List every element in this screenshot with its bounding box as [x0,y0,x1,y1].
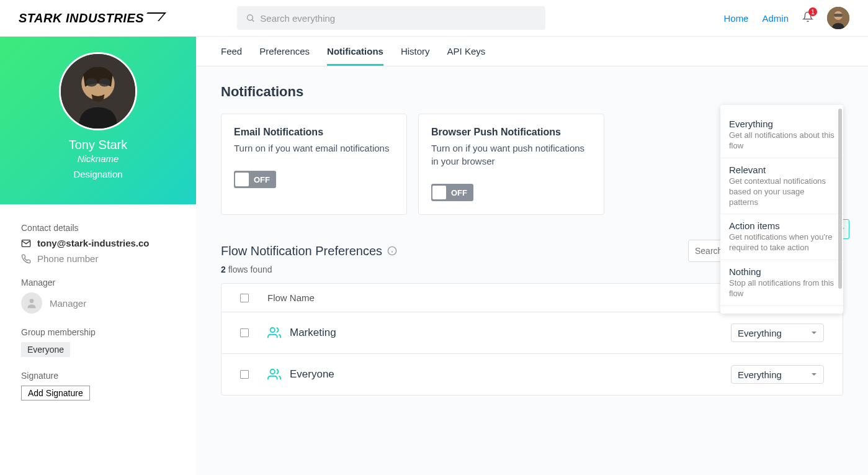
email-card-title: Email Notifications [234,127,394,138]
search-input[interactable] [260,13,537,24]
notification-badge: 1 [808,7,817,16]
chevron-down-icon [811,371,817,378]
row-checkbox[interactable] [240,328,249,337]
tab-apikeys[interactable]: API Keys [447,37,486,66]
svg-point-7 [86,78,97,86]
email-toggle[interactable]: OFF [234,171,276,188]
preference-dropdown: Everything Get all notifications about t… [720,105,843,314]
dropdown-option-everything[interactable]: Everything Get all notifications about t… [720,112,843,158]
admin-link[interactable]: Admin [762,13,789,24]
signature-section: Signature Add Signature [21,371,175,400]
global-search[interactable] [237,6,545,30]
profile-designation: Designation [73,169,122,179]
notifications-bell[interactable]: 1 [802,11,813,25]
email-notification-card: Email Notifications Turn on if you want … [221,114,407,215]
browser-card-desc: Turn on if you want push notifications i… [431,142,591,168]
browser-card-title: Browser Push Notifications [431,127,591,138]
chevron-down-icon [811,330,817,336]
table-row: Marketing Everything [221,312,843,354]
contact-label: Contact details [21,223,175,233]
search-icon [246,13,255,23]
dropdown-option-action-items[interactable]: Action items Get notifications when you'… [720,214,843,260]
tabs: Feed Preferences Notifications History A… [196,37,868,66]
email-toggle-label: OFF [249,175,275,184]
svg-point-17 [271,369,275,374]
main-layout: Tony Stark Nickname Designation Contact … [0,37,868,475]
logo[interactable]: STARK INDUSTRIES [19,11,163,25]
profile-name: Tony Stark [69,138,127,152]
toggle-knob [235,173,249,186]
home-link[interactable]: Home [723,13,748,24]
phone-value: Phone number [37,253,98,264]
svg-rect-4 [834,14,843,17]
profile-nickname: Nickname [78,153,119,164]
people-icon [267,326,281,340]
flow-name: Marketing [290,327,336,339]
add-signature-button[interactable]: Add Signature [21,386,90,400]
user-avatar[interactable] [827,7,849,29]
phone-row: Phone number [21,253,175,264]
row-checkbox[interactable] [240,370,249,379]
tab-history[interactable]: History [401,37,430,66]
dropdown-option-nothing[interactable]: Nothing Stop all notifications from this… [720,260,843,306]
svg-point-8 [99,78,110,86]
header-right: Home Admin 1 [723,7,849,29]
email-card-desc: Turn on if you want email notifications [234,142,394,155]
flow-preference-select[interactable]: Everything [731,323,824,342]
profile-card: Tony Stark Nickname Designation [0,37,196,204]
content: Feed Preferences Notifications History A… [196,37,868,475]
page-title: Notifications [221,84,843,100]
browser-notification-card: Browser Push Notifications Turn on if yo… [418,114,604,215]
scrollbar[interactable] [838,109,842,289]
option-desc: Get all notifications about this flow [729,130,834,152]
phone-icon [21,254,31,264]
toggle-knob [432,186,446,199]
table-row: Everyone Everything [221,354,843,395]
option-desc: Get notifications when you're required t… [729,232,834,253]
browser-toggle[interactable]: OFF [431,184,473,201]
flow-prefs-title: Flow Notification Preferences [221,244,397,258]
option-title: Relevant [729,165,834,175]
option-desc: Stop all notifications from this flow [729,278,834,299]
mail-icon [21,238,31,248]
profile-avatar[interactable] [59,52,137,130]
svg-point-10 [30,299,34,303]
svg-point-16 [271,328,275,332]
dropdown-option-relevant[interactable]: Relevant Get contextual notifications ba… [720,158,843,215]
email-value: tony@stark-industries.co [37,238,150,248]
option-title: Everything [729,119,834,129]
option-desc: Get contextual notifications based on yo… [729,176,834,208]
info-icon[interactable] [387,246,397,256]
col-flowname: Flow Name [267,292,315,303]
group-label: Group membership [21,327,175,337]
manager-label: Manager [21,278,175,287]
manager-row: Manager [21,292,175,314]
profile-details: Contact details tony@stark-industries.co… [0,204,196,433]
flow-preference-select[interactable]: Everything [731,365,824,384]
option-title: Nothing [729,266,834,277]
contact-section: Contact details tony@stark-industries.co… [21,223,175,264]
tab-preferences[interactable]: Preferences [259,37,310,66]
signature-label: Signature [21,371,175,381]
manager-value: Manager [50,298,86,309]
flow-name: Everyone [290,368,334,381]
tab-notifications[interactable]: Notifications [327,37,383,66]
svg-point-0 [248,15,253,20]
group-section: Group membership Everyone [21,327,175,357]
option-title: Action items [729,220,834,231]
select-all-checkbox[interactable] [240,294,249,302]
manager-section: Manager Manager [21,278,175,314]
tab-feed[interactable]: Feed [221,37,242,66]
manager-avatar [21,292,42,314]
group-tag[interactable]: Everyone [21,342,70,357]
sidebar: Tony Stark Nickname Designation Contact … [0,37,196,475]
svg-line-1 [253,20,254,22]
people-icon [267,368,281,381]
browser-toggle-label: OFF [446,188,472,197]
header: STARK INDUSTRIES Home Admin 1 [0,0,868,37]
email-row: tony@stark-industries.co [21,238,175,248]
